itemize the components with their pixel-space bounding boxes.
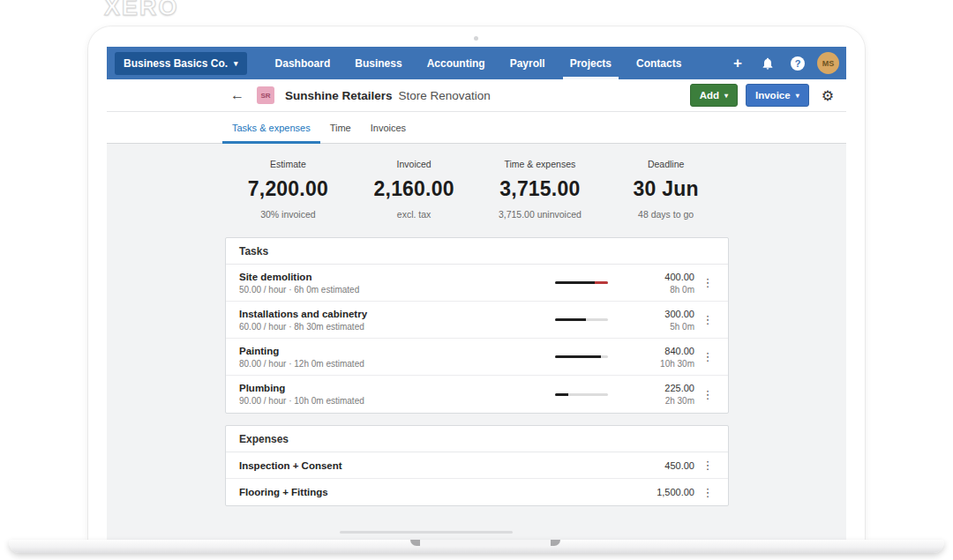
- notifications-button[interactable]: [757, 53, 778, 74]
- task-row[interactable]: Painting 80.00 / hour · 12h 0m estimated…: [226, 339, 728, 376]
- task-info: Plumbing 90.00 / hour · 10h 0m estimated: [239, 383, 555, 406]
- stat-subtext: 3,715.00 uninvoiced: [477, 209, 604, 220]
- kebab-menu-icon[interactable]: ⋮: [694, 276, 721, 289]
- nav-item-contacts[interactable]: Contacts: [624, 47, 694, 79]
- task-amounts: 400.00 8h 0m: [627, 272, 694, 295]
- expense-row[interactable]: Inspection + Consent 450.00 ⋮: [226, 452, 728, 479]
- summary-stats: Estimate 7,200.00 30% invoiced Invoiced …: [225, 159, 729, 220]
- nav-item-business[interactable]: Business: [342, 47, 414, 79]
- help-button[interactable]: ?: [787, 53, 808, 74]
- task-amounts: 300.00 5h 0m: [627, 309, 694, 332]
- task-name: Plumbing: [239, 383, 555, 393]
- stat-label: Invoiced: [351, 159, 477, 169]
- progress-worked-segment: [555, 318, 586, 321]
- chevron-down-icon: ▾: [724, 92, 728, 100]
- client-name: Sunshine Retailers: [285, 89, 393, 102]
- task-time: 10h 30m: [627, 359, 694, 369]
- expense-amount: 1,500.00: [627, 487, 694, 497]
- nav-right-icons: + ? MS: [727, 47, 839, 79]
- task-name: Site demolition: [239, 272, 555, 282]
- task-amount: 300.00: [627, 309, 694, 319]
- task-info: Installations and cabinetry 60.00 / hour…: [239, 309, 555, 332]
- stat-label: Deadline: [603, 159, 729, 169]
- progress-overrun-segment: [595, 281, 608, 284]
- kebab-menu-icon[interactable]: ⋮: [694, 459, 721, 472]
- laptop-camera-dot: [474, 36, 478, 41]
- user-avatar[interactable]: MS: [817, 52, 839, 74]
- task-amount: 225.00: [627, 383, 694, 393]
- help-icon: ?: [791, 56, 805, 71]
- tab-invoices[interactable]: Invoices: [361, 112, 416, 143]
- laptop-base-notch: [410, 540, 560, 546]
- stat-value: 30 Jun: [603, 177, 729, 201]
- task-progress-bar: [555, 355, 608, 358]
- org-selector-label: Business Basics Co.: [124, 57, 228, 70]
- stat-value: 3,715.00: [477, 177, 604, 201]
- task-detail: 80.00 / hour · 12h 0m estimated: [239, 359, 555, 369]
- stat-estimate: Estimate 7,200.00 30% invoiced: [225, 159, 351, 220]
- progress-worked-segment: [555, 393, 568, 396]
- laptop-screen: Business Basics Co. ▾ Dashboard Business…: [88, 26, 865, 540]
- task-row[interactable]: Installations and cabinetry 60.00 / hour…: [226, 302, 728, 339]
- task-amounts: 225.00 2h 30m: [627, 383, 694, 406]
- task-detail: 60.00 / hour · 8h 30m estimated: [239, 322, 555, 332]
- task-name: Painting: [239, 346, 555, 356]
- task-info: Site demolition 50.00 / hour · 6h 0m est…: [239, 272, 555, 295]
- tab-time[interactable]: Time: [320, 112, 361, 143]
- task-detail: 90.00 / hour · 10h 0m estimated: [239, 396, 555, 406]
- org-selector-dropdown[interactable]: Business Basics Co. ▾: [115, 52, 247, 75]
- nav-item-dashboard[interactable]: Dashboard: [263, 47, 343, 79]
- app-viewport: Business Basics Co. ▾ Dashboard Business…: [107, 47, 846, 540]
- stat-label: Time & expenses: [477, 159, 604, 169]
- expense-amount: 450.00: [627, 460, 694, 471]
- invoice-button[interactable]: Invoice ▾: [746, 84, 809, 107]
- stat-label: Estimate: [225, 159, 351, 169]
- kebab-menu-icon[interactable]: ⋮: [694, 486, 721, 499]
- expense-row[interactable]: Flooring + Fittings 1,500.00 ⋮: [226, 479, 728, 505]
- chevron-down-icon: ▾: [796, 92, 799, 100]
- task-row[interactable]: Plumbing 90.00 / hour · 10h 0m estimated…: [226, 376, 728, 413]
- stat-subtext: 30% invoiced: [225, 209, 351, 220]
- stat-value: 2,160.00: [351, 177, 477, 201]
- task-time: 2h 30m: [627, 396, 694, 406]
- expense-name: Flooring + Fittings: [239, 487, 627, 497]
- gear-icon[interactable]: ⚙: [822, 87, 834, 104]
- stat-subtext: 48 days to go: [603, 209, 729, 220]
- laptop-base: [9, 540, 944, 553]
- task-name: Installations and cabinetry: [239, 309, 555, 319]
- back-button[interactable]: ←: [230, 87, 244, 103]
- nav-item-payroll[interactable]: Payroll: [498, 47, 558, 79]
- task-amount: 840.00: [627, 346, 694, 356]
- nav-item-projects[interactable]: Projects: [558, 47, 624, 79]
- kebab-menu-icon[interactable]: ⋮: [694, 350, 721, 363]
- mockup-reflection-line: [340, 531, 513, 534]
- task-progress-bar: [555, 318, 608, 321]
- add-button-label: Add: [700, 90, 719, 101]
- nav-item-accounting[interactable]: Accounting: [415, 47, 498, 79]
- stat-subtext: excl. tax: [351, 209, 477, 220]
- task-time: 5h 0m: [627, 322, 694, 332]
- invoice-button-label: Invoice: [755, 90, 791, 101]
- add-new-button[interactable]: +: [727, 53, 748, 74]
- nav-items: Dashboard Business Accounting Payroll Pr…: [263, 47, 727, 79]
- stat-invoiced: Invoiced 2,160.00 excl. tax: [351, 159, 477, 220]
- kebab-menu-icon[interactable]: ⋮: [694, 313, 721, 326]
- project-header: ← SR Sunshine Retailers Store Renovation…: [107, 79, 846, 112]
- top-nav: Business Basics Co. ▾ Dashboard Business…: [107, 47, 846, 79]
- tasks-card-title: Tasks: [226, 238, 728, 265]
- page: XERO Business Basics Co. ▾ Dashboard Bus…: [0, 0, 953, 560]
- tab-bar: Tasks & expenses Time Invoices: [107, 112, 846, 144]
- tab-tasks-expenses[interactable]: Tasks & expenses: [222, 112, 320, 143]
- task-amounts: 840.00 10h 30m: [627, 346, 694, 369]
- add-button[interactable]: Add ▾: [690, 84, 738, 107]
- task-row[interactable]: Site demolition 50.00 / hour · 6h 0m est…: [226, 265, 728, 302]
- progress-worked-segment: [555, 355, 601, 358]
- chevron-down-icon: ▾: [234, 59, 238, 68]
- task-detail: 50.00 / hour · 6h 0m estimated: [239, 285, 555, 295]
- client-badge: SR: [257, 86, 274, 104]
- task-time: 8h 0m: [627, 285, 694, 295]
- task-progress-bar: [555, 281, 608, 284]
- kebab-menu-icon[interactable]: ⋮: [694, 388, 721, 401]
- task-progress-bar: [555, 393, 608, 396]
- bell-icon: [761, 56, 775, 71]
